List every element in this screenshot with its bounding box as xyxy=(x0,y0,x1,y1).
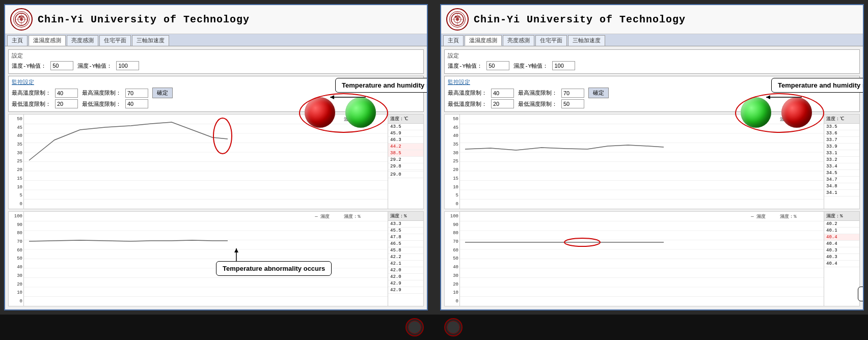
right-min-hum-label: 最低濕度限制： xyxy=(518,100,557,108)
right-tab-light[interactable]: 亮度感測 xyxy=(503,35,534,46)
left-hum-item-4: 45.8 xyxy=(388,247,423,254)
left-min-hum-label: 最低濕度限制： xyxy=(82,100,121,108)
left-humidity-yaxis: 100 90 80 70 60 50 40 30 20 10 0 xyxy=(9,212,24,306)
right-humidity-data-header: 濕度：% xyxy=(824,212,859,221)
right-panel-header: 動品 Chin-Yi University of Technology xyxy=(441,5,863,34)
right-tab-home[interactable]: 主頁 xyxy=(443,35,464,46)
left-hum-item-6: 42.1 xyxy=(388,261,423,267)
svg-marker-28 xyxy=(330,95,334,99)
left-tab-light[interactable]: 亮度感測 xyxy=(67,35,98,46)
right-min-temp-input[interactable] xyxy=(491,99,514,108)
left-annotation-top-bubble: Temperature and humidity monitoring limi… xyxy=(335,78,427,93)
left-logo: 動品 xyxy=(10,8,33,31)
left-hum-item-7: 42.0 xyxy=(388,267,423,274)
right-tab-temp[interactable]: 溫濕度感測 xyxy=(465,35,502,46)
right-hum-item-6: 40.4 xyxy=(824,261,859,267)
left-temp-item-3: 44.2 xyxy=(388,144,423,150)
left-hum-item-3: 46.5 xyxy=(388,241,423,247)
left-min-hum-input[interactable] xyxy=(125,99,148,108)
right-temp-item-6: 33.4 xyxy=(824,163,859,170)
right-temp-item-4: 33.1 xyxy=(824,150,859,157)
right-tab-accel[interactable]: 三軸加速度 xyxy=(568,35,605,46)
left-humidity-data-scroll: 43.3 45.5 47.8 46.5 45.8 42.2 42.1 42.0 … xyxy=(388,221,423,305)
right-temp-item-8: 34.7 xyxy=(824,177,859,183)
right-panel: 動品 Chin-Yi University of Technology 主頁 溫… xyxy=(440,4,864,310)
left-hum-item-1: 45.5 xyxy=(388,228,423,234)
left-hum-item-8: 42.0 xyxy=(388,274,423,280)
right-charts-area: 50 45 40 35 30 25 20 15 10 5 0 xyxy=(444,114,860,306)
right-min-temp-label: 最低溫度限制： xyxy=(448,100,487,108)
right-confirm-button[interactable]: 確定 xyxy=(588,88,609,98)
svg-text:— 濕度: — 濕度 xyxy=(750,214,766,219)
right-humidity-chart-main: — 濕度 濕度：% xyxy=(460,212,824,306)
right-hum-item-2: 40.4 xyxy=(824,234,859,241)
right-max-hum-input[interactable] xyxy=(561,89,584,98)
left-temp-data-scroll: 43.5 45.9 46.3 44.2 38.5 29.2 29.8 29.0 xyxy=(388,124,423,208)
right-logo: 動品 xyxy=(446,8,469,31)
right-humidity-yaxis: 100 90 80 70 60 50 40 30 20 10 0 xyxy=(445,212,460,306)
right-temp-item-10: 34.1 xyxy=(824,190,859,196)
right-temp-item-2: 33.7 xyxy=(824,137,859,144)
right-annotation-top-bubble: Temperature and humidity monitoring limi… xyxy=(771,78,863,93)
right-max-temp-input[interactable] xyxy=(491,89,514,98)
right-temp-data-header: 溫度：℃ xyxy=(824,115,859,124)
left-max-temp-input[interactable] xyxy=(55,89,78,98)
left-panel: 動品 Chin-Yi University of Technology 主頁 溫… xyxy=(4,4,428,310)
left-hum-y-input[interactable] xyxy=(116,61,139,70)
left-charts-area: 50 45 40 35 30 25 20 15 10 5 0 xyxy=(8,114,424,306)
left-humidity-data-list: 濕度：% 43.3 45.5 47.8 46.5 45.8 42.2 42.1 … xyxy=(388,212,423,306)
left-university-title: Chin-Yi University of Technology xyxy=(38,14,250,25)
left-tab-accel[interactable]: 三軸加速度 xyxy=(132,35,169,46)
left-max-hum-input[interactable] xyxy=(125,89,148,98)
left-min-temp-input[interactable] xyxy=(55,99,78,108)
svg-marker-59 xyxy=(766,95,770,99)
left-min-temp-label: 最低溫度限制： xyxy=(12,100,51,108)
right-tab-floor[interactable]: 住宅平面 xyxy=(535,35,567,46)
right-settings: 設定 溫度-Y軸值： 濕度-Y軸值： xyxy=(444,49,860,74)
left-temp-item-1: 45.9 xyxy=(388,130,423,137)
left-tab-home[interactable]: 主頁 xyxy=(7,35,28,46)
right-min-hum-input[interactable] xyxy=(561,99,584,108)
left-hum-item-2: 47.8 xyxy=(388,234,423,241)
right-humidity-data-scroll: 40.2 40.1 40.4 40.4 40.3 40.3 40.4 xyxy=(824,221,859,305)
right-temp-item-9: 34.8 xyxy=(824,183,859,190)
right-temp-y-input[interactable] xyxy=(486,61,509,70)
left-settings-row: 溫度-Y軸值： 濕度-Y軸值： xyxy=(12,61,420,70)
left-humidity-chart: 100 90 80 70 60 50 40 30 20 10 0 xyxy=(8,211,424,306)
svg-text:動品: 動品 xyxy=(19,15,24,19)
right-temp-data-scroll: 33.5 33.6 33.7 33.9 33.1 33.2 33.4 34.5 … xyxy=(824,124,859,208)
right-temp-item-0: 33.5 xyxy=(824,124,859,130)
right-max-hum-label: 最高濕度限制： xyxy=(518,89,557,97)
right-temp-item-3: 33.9 xyxy=(824,144,859,150)
right-temp-y-label: 溫度-Y軸值： xyxy=(448,62,482,70)
bottom-icon-left-inner xyxy=(408,321,421,334)
bottom-icon-right-inner xyxy=(447,321,460,334)
left-confirm-button[interactable]: 確定 xyxy=(152,88,173,98)
right-hum-y-input[interactable] xyxy=(552,61,575,70)
left-max-temp-label: 最高溫度限制： xyxy=(12,89,51,97)
svg-text:濕度：%: 濕度：% xyxy=(344,214,361,219)
bottom-icon-left xyxy=(405,318,424,336)
left-temp-item-5: 29.2 xyxy=(388,157,423,163)
left-annotation-arrow-top xyxy=(330,92,366,102)
left-temp-data-list: 溫度：℃ 43.5 45.9 46.3 44.2 38.5 29.2 29.8 … xyxy=(388,115,423,209)
right-settings-row: 溫度-Y軸值： 濕度-Y軸值： xyxy=(448,61,856,70)
right-university-title: Chin-Yi University of Technology xyxy=(474,14,686,25)
left-tab-floor[interactable]: 住宅平面 xyxy=(99,35,131,46)
left-temp-y-input[interactable] xyxy=(50,61,73,70)
left-temp-item-2: 46.3 xyxy=(388,137,423,144)
right-temp-data-list: 溫度：℃ 33.5 33.6 33.7 33.9 33.1 33.2 33.4 … xyxy=(824,115,859,209)
left-temp-item-0: 43.5 xyxy=(388,124,423,130)
left-temp-y-label: 溫度-Y軸值： xyxy=(12,62,46,70)
left-humidity-data-header: 濕度：% xyxy=(388,212,423,221)
right-nav-tabs: 主頁 溫濕度感測 亮度感測 住宅平面 三軸加速度 xyxy=(441,34,863,46)
right-annotation-bottom-bubble: Humidity exception occurred xyxy=(858,287,863,301)
left-temp-item-8: 29.0 xyxy=(388,172,423,178)
left-nav-tabs: 主頁 溫濕度感測 亮度感測 住宅平面 三軸加速度 xyxy=(5,34,427,46)
left-max-hum-label: 最高濕度限制： xyxy=(82,89,121,97)
left-hum-y-label: 濕度-Y軸值： xyxy=(77,62,112,70)
svg-text:— 濕度: — 濕度 xyxy=(314,214,330,219)
left-hum-item-0: 43.3 xyxy=(388,221,423,228)
svg-text:濕度：%: 濕度：% xyxy=(780,214,797,219)
left-tab-temp[interactable]: 溫濕度感測 xyxy=(29,35,66,46)
